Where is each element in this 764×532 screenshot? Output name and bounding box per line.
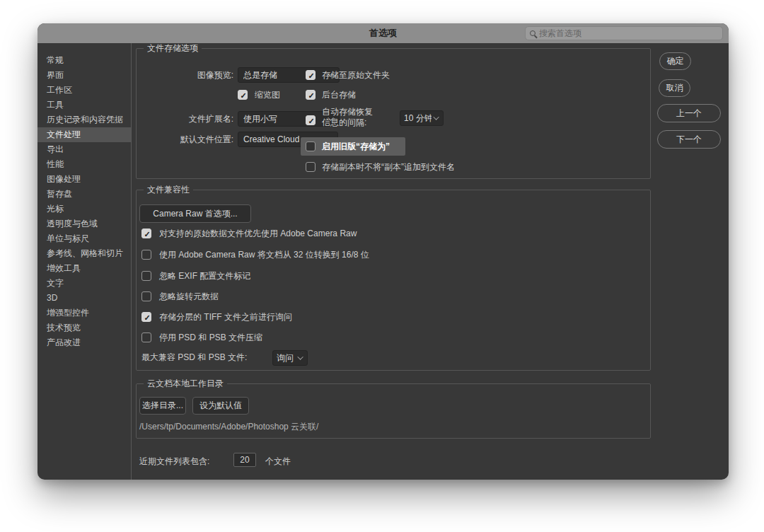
no-append-copy-checkbox[interactable] xyxy=(306,162,316,172)
choose-directory-button[interactable]: 选择目录... xyxy=(139,397,186,415)
preferences-sidebar: 常规 界面 工作区 工具 历史记录和内容凭据 文件处理 导出 性能 图像处理 暂… xyxy=(37,43,132,480)
convert-32bit-label: 使用 Adobe Camera Raw 将文档从 32 位转换到 16/8 位 xyxy=(159,250,369,260)
sidebar-item[interactable]: 增强型控件 xyxy=(37,306,131,320)
max-compat-label: 最大兼容 PSD 和 PSB 文件: xyxy=(141,352,247,363)
image-preview-label: 图像预览: xyxy=(136,70,233,81)
sidebar-item[interactable]: 导出 xyxy=(37,142,131,157)
save-to-original-label: 存储至原始文件夹 xyxy=(322,70,390,81)
sidebar-item[interactable]: 增效工具 xyxy=(37,261,131,276)
sidebar-item[interactable]: 暂存盘 xyxy=(37,187,131,202)
search-field[interactable] xyxy=(525,26,723,40)
thumbnail-label: 缩览图 xyxy=(255,90,280,100)
search-input[interactable] xyxy=(539,28,718,38)
sidebar-item[interactable]: 图像处理 xyxy=(37,172,131,187)
background-save-checkbox[interactable] xyxy=(306,90,316,100)
recent-files-label: 近期文件列表包含: xyxy=(139,456,209,467)
sidebar-item[interactable]: 工具 xyxy=(37,98,131,112)
autosave-interval-select[interactable]: 10 分钟 xyxy=(400,110,444,126)
ignore-exif-label: 忽略 EXIF 配置文件标记 xyxy=(159,271,250,282)
next-button[interactable]: 下一个 xyxy=(657,130,721,149)
file-saving-title: 文件存储选项 xyxy=(144,43,202,53)
sidebar-item[interactable]: 文字 xyxy=(37,276,131,291)
max-compat-select[interactable]: 询问 xyxy=(272,350,308,366)
sidebar-item[interactable]: 性能 xyxy=(37,157,131,172)
legacy-save-as-row[interactable]: 启用旧版“存储为” xyxy=(301,137,405,156)
no-append-copy-label: 存储副本时不将“副本”追加到文件名 xyxy=(322,162,455,173)
ask-tiff-label: 存储分层的 TIFF 文件之前进行询问 xyxy=(159,312,292,323)
autosave-checkbox[interactable] xyxy=(306,115,316,125)
default-location-label: 默认文件位置: xyxy=(136,134,233,145)
sidebar-item[interactable]: 工作区 xyxy=(37,83,131,98)
sidebar-item[interactable]: 参考线、网格和切片 xyxy=(37,246,131,261)
sidebar-item-file-handling[interactable]: 文件处理 xyxy=(37,127,131,142)
cloud-directory-path: /Users/tp/Documents/Adobe/Photoshop 云关联/ xyxy=(139,421,318,433)
sidebar-item[interactable]: 界面 xyxy=(37,68,131,83)
cloud-documents-title: 云文档本地工作目录 xyxy=(144,378,227,388)
convert-32bit-checkbox[interactable] xyxy=(141,250,151,260)
background-save-label: 后台存储 xyxy=(322,90,356,100)
legacy-save-as-checkbox[interactable] xyxy=(306,141,316,151)
sidebar-item[interactable]: 光标 xyxy=(37,202,131,216)
search-icon xyxy=(530,30,536,36)
recent-files-count-input[interactable] xyxy=(233,453,256,467)
autosave-label-line2: 信息的间隔: xyxy=(322,117,366,128)
legacy-save-as-label: 启用旧版“存储为” xyxy=(322,141,390,152)
preferences-dialog: 首选项 常规 界面 工作区 工具 历史记录和内容凭据 文件处理 导出 性能 图像… xyxy=(37,23,729,480)
sidebar-item[interactable]: 3D xyxy=(37,291,131,306)
set-default-button[interactable]: 设为默认值 xyxy=(192,397,249,415)
title-bar: 首选项 xyxy=(37,23,729,43)
file-extension-label: 文件扩展名: xyxy=(136,114,233,125)
disable-psd-compression-label: 停用 PSD 和 PSB 文件压缩 xyxy=(159,332,262,343)
ok-button[interactable]: 确定 xyxy=(659,52,691,70)
camera-raw-preferences-button[interactable]: Camera Raw 首选项... xyxy=(139,204,251,223)
sidebar-item[interactable]: 产品改进 xyxy=(37,335,131,350)
recent-files-suffix: 个文件 xyxy=(265,456,291,467)
sidebar-item[interactable]: 透明度与色域 xyxy=(37,216,131,231)
cancel-button[interactable]: 取消 xyxy=(659,79,690,97)
prefer-camera-raw-checkbox[interactable] xyxy=(141,229,151,238)
file-compatibility-title: 文件兼容性 xyxy=(144,185,193,195)
prev-button[interactable]: 上一个 xyxy=(657,104,721,122)
chevron-down-icon xyxy=(433,114,439,120)
ignore-exif-checkbox[interactable] xyxy=(141,271,151,281)
ask-tiff-checkbox[interactable] xyxy=(141,312,151,322)
sidebar-item[interactable]: 历史记录和内容凭据 xyxy=(37,112,131,127)
prefer-camera-raw-label: 对支持的原始数据文件优先使用 Adobe Camera Raw xyxy=(159,229,357,239)
sidebar-item[interactable]: 技术预览 xyxy=(37,320,131,335)
disable-psd-compression-checkbox[interactable] xyxy=(141,332,151,342)
autosave-label-line1: 自动存储恢复 xyxy=(322,107,373,117)
chevron-down-icon xyxy=(297,354,303,359)
sidebar-item[interactable]: 单位与标尺 xyxy=(37,231,131,246)
save-to-original-checkbox[interactable] xyxy=(306,70,316,80)
sidebar-item[interactable]: 常规 xyxy=(37,53,131,68)
thumbnail-checkbox[interactable] xyxy=(238,90,248,100)
ignore-rotation-label: 忽略旋转元数据 xyxy=(159,291,219,302)
ignore-rotation-checkbox[interactable] xyxy=(141,291,151,301)
